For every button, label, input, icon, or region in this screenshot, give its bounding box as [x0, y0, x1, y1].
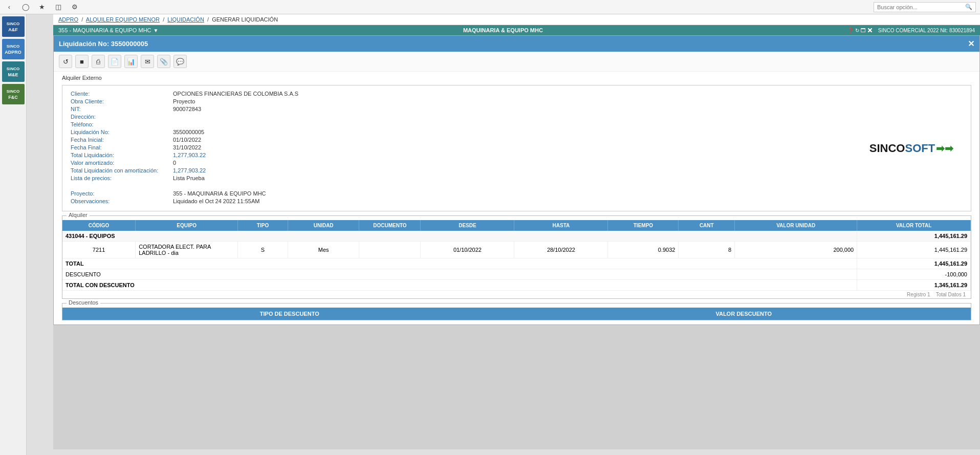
sidebar-sinco-label4: SINCO — [7, 89, 19, 94]
save-button[interactable]: ■ — [75, 55, 89, 68]
cell-equipo: CORTADORA ELECT. PARA LADRILLO - dia — [136, 242, 238, 258]
module-dropdown-icon[interactable]: ▼ — [154, 28, 159, 33]
info-row-direccion: Dirección: — [71, 114, 850, 120]
document-container: Liquidación No: 3550000005 ✕ ↺ ■ ⎙ 📄 📊 ✉… — [53, 35, 980, 325]
module-center: MAQUINARIA & EQUIPO MHC — [463, 27, 543, 33]
value-valor-amort: 0 — [173, 160, 176, 166]
info-card: Cliente: OPCIONES FINANCIERAS DE COLOMBI… — [62, 85, 971, 211]
info-row-telefono: Teléfono: — [71, 121, 850, 127]
col-codigo: CÓDIGO — [62, 220, 136, 231]
value-cliente: OPCIONES FINANCIERAS DE COLOMBIA S.A.S — [173, 91, 298, 97]
sidebar-sinco-label2: SINCO — [7, 44, 19, 49]
value-observaciones: Liquidado el Oct 24 2022 11:55AM — [173, 198, 259, 204]
star-icon[interactable]: ★ — [37, 2, 47, 12]
col-documento: DOCUMENTO — [359, 220, 421, 231]
pdf-button[interactable]: 📄 — [108, 55, 121, 68]
print-button[interactable]: ⎙ — [92, 55, 105, 68]
logo-sinco: SINCO — [869, 142, 905, 155]
label-direccion: Dirección: — [71, 114, 173, 120]
info-row-spacer — [71, 183, 850, 189]
value-fecha-inicial: 01/10/2022 — [173, 137, 201, 143]
module-icons[interactable]: ❓ ↻ 🗖 🗙 — [847, 28, 872, 33]
back-icon[interactable]: ‹ — [4, 2, 14, 12]
cell-cant: 8 — [679, 242, 735, 258]
sidebar-me-label: M&E — [8, 72, 18, 77]
main-content: Liquidación No: 3550000005 ✕ ↺ ■ ⎙ 📄 📊 ✉… — [53, 35, 980, 449]
col-valor-descuento: VALOR DESCUENTO — [517, 308, 971, 320]
sidebar-af-label: A&F — [8, 27, 18, 32]
close-button[interactable]: ✕ — [968, 39, 974, 49]
group-value: 1,445,161.29 — [857, 231, 971, 242]
col-valor-total: VALOR TOTAL — [857, 220, 971, 231]
summary-descuento-label: DESCUENTO — [62, 269, 857, 280]
info-row-lista: Lista de precios: Lista Prueba — [71, 175, 850, 181]
logo-container: SINCO SOFT ➡➡ — [860, 91, 963, 206]
value-fecha-final: 31/10/2022 — [173, 144, 201, 150]
records-info: Registro 1 Total Datos 1 — [62, 291, 971, 298]
label-lista: Lista de precios: — [71, 175, 173, 181]
group-code: 431044 - EQUIPOS — [62, 231, 857, 242]
value-obra: Proyecto — [173, 98, 195, 104]
label-nit: NIT: — [71, 106, 173, 112]
screen-icon[interactable]: ◫ — [53, 2, 63, 12]
table-row: 7211 CORTADORA ELECT. PARA LADRILLO - di… — [62, 242, 971, 258]
excel-button[interactable]: 📊 — [124, 55, 138, 68]
sidebar-sinco-label3: SINCO — [7, 67, 19, 71]
cell-tipo: S — [238, 242, 288, 258]
email-button[interactable]: ✉ — [141, 55, 154, 68]
info-row-valor-amort: Valor amortizado: 0 — [71, 160, 850, 166]
logo-soft: SOFT — [905, 142, 935, 155]
alquiler-section: Alquiler CÓDIGO EQUIPO TIPO UNIDAD DOCUM… — [62, 215, 971, 299]
module-right: ❓ ↻ 🗖 🗙 SINCO COMERCIAL 2022 Nit: 830021… — [847, 28, 975, 33]
col-equipo: EQUIPO — [136, 220, 238, 231]
alquiler-table: CÓDIGO EQUIPO TIPO UNIDAD DOCUMENTO DESD… — [62, 220, 971, 291]
search-input[interactable] — [877, 4, 965, 10]
info-row-fecha-final: Fecha Final: 31/10/2022 — [71, 144, 850, 150]
registro-label: Registro 1 — [907, 292, 930, 297]
label-valor-amort: Valor amortizado: — [71, 160, 173, 166]
value-total-amort: 1,277,903.22 — [173, 167, 206, 174]
breadcrumb-current: GENERAR LIQUIDACIÓN — [212, 16, 278, 23]
info-row-obra: Obra Cliente: Proyecto — [71, 98, 850, 104]
cell-desde: 01/10/2022 — [421, 242, 514, 258]
module-name[interactable]: 355 - MAQUINARIA & EQUIPO MHC — [58, 27, 151, 33]
label-cliente: Cliente: — [71, 91, 173, 97]
search-icon: 🔍 — [965, 4, 972, 10]
home-icon[interactable]: ◯ — [20, 2, 31, 12]
sidebar-item-fc[interactable]: SINCO F&C — [2, 84, 25, 104]
breadcrumb: ADPRO / ALQUILER EQUIPO MENOR / LIQUIDAC… — [53, 14, 980, 25]
sidebar-item-me[interactable]: SINCO M&E — [2, 61, 25, 82]
sidebar-fc-label: F&C — [8, 95, 18, 100]
document-header: Liquidación No: 3550000005 ✕ — [54, 36, 979, 52]
breadcrumb-alquiler[interactable]: ALQUILER EQUIPO MENOR — [86, 16, 160, 23]
cell-valor-unidad: 200,000 — [735, 242, 857, 258]
cell-hasta: 28/10/2022 — [514, 242, 608, 258]
document-title: Liquidación No: 3550000005 — [59, 40, 148, 48]
col-tiempo: TIEMPO — [608, 220, 679, 231]
sidebar-adpro-label: ADPRO — [5, 50, 21, 55]
cell-unidad: Mes — [288, 242, 359, 258]
breadcrumb-liquidacion[interactable]: LIQUIDACIÓN — [167, 16, 204, 23]
summary-total-label: TOTAL — [62, 258, 857, 269]
col-cant: CANT — [679, 220, 735, 231]
cell-valor-total: 1,445,161.29 — [857, 242, 971, 258]
logo-arrow: ➡➡ — [936, 142, 953, 155]
value-proyecto: 355 - MAQUINARIA & EQUIPO MHC — [173, 190, 266, 197]
col-desde: DESDE — [421, 220, 514, 231]
cell-code: 7211 — [62, 242, 136, 258]
breadcrumb-adpro[interactable]: ADPRO — [58, 16, 78, 23]
value-liquidacion-no: 3550000005 — [173, 129, 204, 135]
col-unidad: UNIDAD — [288, 220, 359, 231]
search-bar[interactable]: 🔍 — [874, 2, 976, 12]
descuentos-legend: Descuentos — [67, 299, 100, 306]
top-nav-bar: ‹ ◯ ★ ◫ ⚙ 🔍 — [0, 0, 980, 14]
sidebar-item-adpro[interactable]: SINCO ADPRO — [2, 39, 25, 59]
attach-button[interactable]: 📎 — [157, 55, 170, 68]
settings-icon[interactable]: ⚙ — [70, 2, 80, 12]
sidebar-item-af[interactable]: SINCO A&F — [2, 16, 25, 37]
undo-button[interactable]: ↺ — [59, 55, 72, 68]
total-datos-label: Total Datos 1 — [936, 292, 966, 297]
info-row-nit: NIT: 900072843 — [71, 106, 850, 112]
notes-button[interactable]: 💬 — [173, 55, 187, 68]
sidebar-sinco-label: SINCO — [7, 21, 19, 26]
